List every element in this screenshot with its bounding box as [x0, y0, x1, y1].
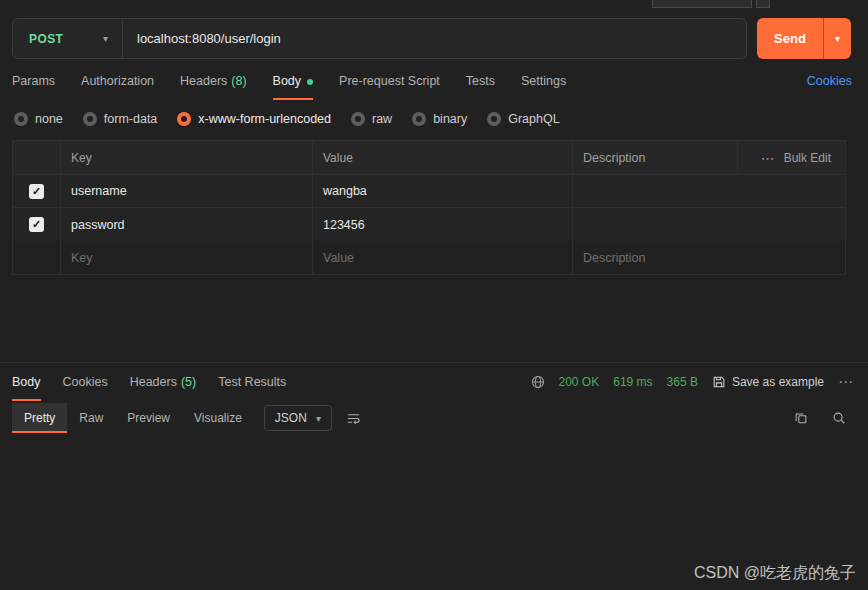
- radio-label: GraphQL: [508, 112, 559, 126]
- radio-label: x-www-form-urlencoded: [198, 112, 331, 126]
- radio-icon: [351, 112, 365, 126]
- search-icon[interactable]: [828, 407, 850, 429]
- tab-label: Test Results: [218, 375, 286, 389]
- url-box: POST ▾: [12, 18, 747, 59]
- more-icon: ⋯: [761, 150, 776, 166]
- table-rows: ✓usernamewangba✓password123456: [13, 175, 845, 241]
- response-meta: 200 OK 619 ms 365 B Save as example ⋯: [531, 373, 854, 391]
- tab-label: Tests: [466, 74, 495, 88]
- response-tabs-row: BodyCookiesHeaders(5)Test Results 200 OK…: [0, 363, 868, 401]
- tab-tests[interactable]: Tests: [466, 74, 495, 100]
- response-time: 619 ms: [613, 375, 652, 389]
- wrap-lines-button[interactable]: [342, 407, 365, 430]
- checkbox[interactable]: ✓: [29, 184, 44, 199]
- format-select[interactable]: JSON ▾: [264, 405, 332, 431]
- response-toolbar-icons: [790, 407, 850, 429]
- table-empty-row: Key Value Description: [13, 241, 845, 274]
- view-tab-visualize[interactable]: Visualize: [182, 403, 254, 433]
- body-type-binary[interactable]: binary: [412, 112, 467, 126]
- response-tab-body[interactable]: Body: [12, 363, 41, 401]
- watermark: CSDN @吃老虎的兔子: [694, 563, 856, 584]
- globe-icon: [531, 375, 545, 389]
- body-type-x-www-form-urlencoded[interactable]: x-www-form-urlencoded: [177, 112, 331, 126]
- send-button[interactable]: Send: [757, 18, 823, 59]
- tab-label: Headers: [180, 74, 227, 88]
- radio-icon: [14, 112, 28, 126]
- tab-body[interactable]: Body: [273, 74, 314, 100]
- radio-icon: [412, 112, 426, 126]
- bulk-edit-label: Bulk Edit: [784, 151, 831, 165]
- value-cell[interactable]: 123456: [313, 208, 573, 241]
- description-cell[interactable]: Description: [573, 241, 845, 274]
- checkbox[interactable]: ✓: [29, 217, 44, 232]
- radio-label: none: [35, 112, 63, 126]
- request-bar: POST ▾ Send ▾: [12, 18, 851, 59]
- save-icon: [712, 375, 726, 389]
- tab-count: (8): [231, 74, 246, 88]
- body-type-raw[interactable]: raw: [351, 112, 392, 126]
- tab-label: Pre-request Script: [339, 74, 440, 88]
- window-edge-fragment: [652, 0, 752, 8]
- description-cell[interactable]: [573, 208, 845, 241]
- table-row: ✓usernamewangba: [13, 175, 845, 208]
- save-as-example-button[interactable]: Save as example: [712, 375, 824, 389]
- empty-checkbox-cell: [13, 241, 61, 274]
- tab-label: Cookies: [63, 375, 108, 389]
- radio-icon: [177, 112, 191, 126]
- format-label: JSON: [275, 411, 307, 425]
- row-checkbox-cell: ✓: [13, 208, 61, 241]
- tab-pre-request-script[interactable]: Pre-request Script: [339, 74, 440, 100]
- radio-icon: [487, 112, 501, 126]
- chevron-down-icon: ▾: [316, 413, 321, 424]
- method-select[interactable]: POST ▾: [13, 19, 123, 58]
- tab-count: (5): [181, 375, 196, 389]
- copy-icon[interactable]: [790, 407, 812, 429]
- value-cell[interactable]: Value: [313, 241, 573, 274]
- bulk-edit-button[interactable]: ⋯ Bulk Edit: [738, 141, 845, 174]
- response-more-icon[interactable]: ⋯: [838, 373, 854, 391]
- header-description: Description: [573, 141, 738, 174]
- tab-label: Params: [12, 74, 55, 88]
- response-tab-test-results[interactable]: Test Results: [218, 363, 286, 401]
- send-options-button[interactable]: ▾: [823, 18, 851, 59]
- body-type-form-data[interactable]: form-data: [83, 112, 158, 126]
- radio-label: form-data: [104, 112, 158, 126]
- window-edge-fragment: [756, 0, 770, 8]
- tab-label: Body: [273, 74, 302, 88]
- tab-params[interactable]: Params: [12, 74, 55, 100]
- view-tab-preview[interactable]: Preview: [115, 403, 182, 433]
- request-tabs: ParamsAuthorizationHeaders(8)BodyPre-req…: [12, 74, 852, 100]
- key-cell[interactable]: username: [61, 175, 313, 207]
- description-cell[interactable]: [573, 175, 845, 207]
- cookies-link[interactable]: Cookies: [807, 74, 852, 88]
- body-type-options: noneform-datax-www-form-urlencodedrawbin…: [14, 112, 560, 126]
- header-value: Value: [313, 141, 573, 174]
- body-type-none[interactable]: none: [14, 112, 63, 126]
- tab-settings[interactable]: Settings: [521, 74, 566, 100]
- view-tab-raw[interactable]: Raw: [67, 403, 115, 433]
- tab-headers[interactable]: Headers(8): [180, 74, 247, 100]
- urlencoded-params-table: Key Value Description ⋯ Bulk Edit ✓usern…: [12, 140, 846, 275]
- key-cell[interactable]: password: [61, 208, 313, 241]
- value-cell[interactable]: wangba: [313, 175, 573, 207]
- chevron-down-icon: ▾: [835, 33, 840, 44]
- tab-authorization[interactable]: Authorization: [81, 74, 154, 100]
- header-key: Key: [61, 141, 313, 174]
- view-tab-pretty[interactable]: Pretty: [12, 403, 67, 433]
- response-tab-headers[interactable]: Headers(5): [130, 363, 197, 401]
- tab-label: Authorization: [81, 74, 154, 88]
- row-checkbox-cell: ✓: [13, 175, 61, 207]
- response-size: 365 B: [667, 375, 698, 389]
- tab-label: Settings: [521, 74, 566, 88]
- header-checkbox-cell: [13, 141, 61, 174]
- modified-dot-icon: [307, 79, 313, 85]
- response-tabs-list: BodyCookiesHeaders(5)Test Results: [12, 363, 286, 401]
- tab-label: Headers: [130, 375, 177, 389]
- save-as-example-label: Save as example: [732, 375, 824, 389]
- key-cell[interactable]: Key: [61, 241, 313, 274]
- table-header-row: Key Value Description ⋯ Bulk Edit: [13, 141, 845, 175]
- method-label: POST: [29, 32, 63, 46]
- url-input[interactable]: [123, 19, 746, 58]
- response-tab-cookies[interactable]: Cookies: [63, 363, 108, 401]
- body-type-graphql[interactable]: GraphQL: [487, 112, 559, 126]
